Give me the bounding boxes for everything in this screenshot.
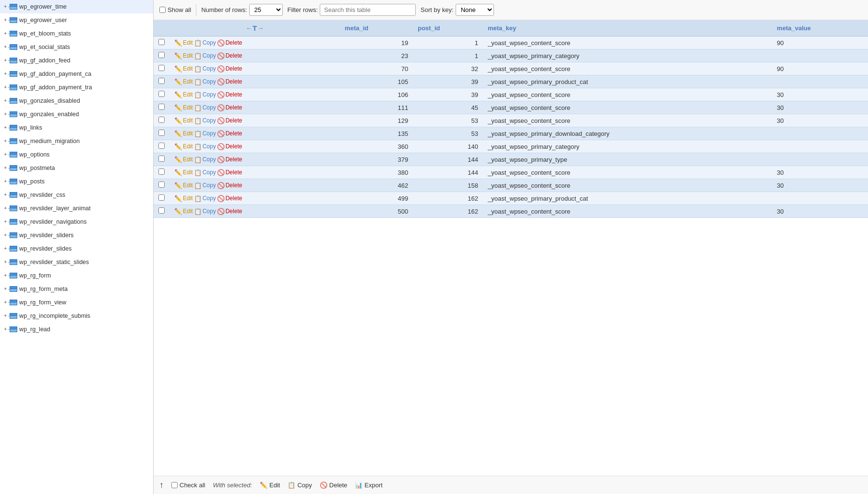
row-checkbox[interactable] — [158, 143, 165, 149]
sidebar-item[interactable]: + - wp_et_social_stats — [0, 40, 153, 54]
row-checkbox[interactable] — [158, 65, 165, 71]
check-all-checkbox[interactable] — [171, 482, 178, 488]
row-checkbox[interactable] — [158, 194, 165, 201]
sidebar-item[interactable]: + - wp_gonzales_enabled — [0, 108, 153, 121]
copy-button[interactable]: Copy — [203, 78, 216, 85]
resize-handle[interactable]: ← T → — [174, 24, 335, 32]
copy-button[interactable]: Copy — [203, 195, 216, 202]
copy-button[interactable]: Copy — [203, 130, 216, 137]
delete-button[interactable]: Delete — [226, 182, 242, 189]
row-checkbox[interactable] — [158, 39, 165, 45]
sidebar-item[interactable]: + - wp_rg_form — [0, 269, 153, 282]
edit-button[interactable]: Edit — [183, 208, 193, 215]
delete-button[interactable]: Delete — [226, 156, 242, 163]
sidebar-item[interactable]: + - wp_revslider_slides — [0, 242, 153, 255]
edit-button[interactable]: Edit — [183, 65, 193, 72]
delete-button[interactable]: Delete — [226, 104, 242, 111]
sidebar-item[interactable]: + - wp_medium_migration — [0, 134, 153, 148]
edit-button[interactable]: Edit — [183, 143, 193, 150]
row-checkbox[interactable] — [158, 169, 165, 175]
footer-delete-button[interactable]: 🚫 Delete — [320, 482, 348, 489]
sidebar-item[interactable]: + - wp_rg_form_view — [0, 296, 153, 309]
sidebar-item[interactable]: + - wp_revslider_static_slides — [0, 255, 153, 269]
edit-button[interactable]: Edit — [183, 78, 193, 85]
delete-button[interactable]: Delete — [226, 117, 242, 124]
sidebar-item[interactable]: + - wp_egrower_time — [0, 0, 153, 13]
sort-select[interactable]: None — [456, 4, 494, 16]
edit-button[interactable]: Edit — [183, 91, 193, 98]
footer-export-button[interactable]: 📊 Export — [355, 482, 383, 489]
sidebar-item[interactable]: + - wp_rg_incomplete_submis — [0, 309, 153, 323]
copy-button[interactable]: Copy — [203, 169, 216, 176]
copy-button[interactable]: Copy — [203, 39, 216, 46]
meta-value-cell — [772, 192, 868, 205]
row-checkbox[interactable] — [158, 181, 165, 188]
row-checkbox[interactable] — [158, 78, 165, 84]
sidebar-item[interactable]: + - wp_postmeta — [0, 161, 153, 175]
delete-button[interactable]: Delete — [226, 195, 242, 202]
check-all-button[interactable]: Check all — [171, 482, 205, 489]
num-rows-select[interactable]: 25 50 100 500 — [249, 4, 283, 16]
sidebar-item[interactable]: + - wp_gf_addon_payment_ca — [0, 67, 153, 81]
row-checkbox[interactable] — [158, 91, 165, 97]
show-all-checkbox[interactable] — [159, 7, 166, 13]
copy-button[interactable]: Copy — [203, 143, 216, 150]
sidebar-item[interactable]: + - wp_egrower_user — [0, 13, 153, 27]
delete-button[interactable]: Delete — [226, 169, 242, 176]
sidebar-item[interactable]: + - wp_revslider_layer_animat — [0, 202, 153, 215]
edit-button[interactable]: Edit — [183, 130, 193, 137]
sidebar-item[interactable]: + - wp_rg_form_meta — [0, 282, 153, 296]
sidebar-item[interactable]: + - wp_links — [0, 121, 153, 134]
sidebar-item[interactable]: + - wp_gf_addon_payment_tra — [0, 81, 153, 94]
edit-button[interactable]: Edit — [183, 169, 193, 176]
th-meta-id[interactable]: meta_id — [340, 20, 413, 36]
tree-expand-icon: + — [4, 96, 7, 105]
copy-button[interactable]: Copy — [203, 156, 216, 163]
sidebar-item[interactable]: + - wp_revslider_css — [0, 188, 153, 202]
edit-button[interactable]: Edit — [183, 117, 193, 124]
copy-button[interactable]: Copy — [203, 182, 216, 189]
edit-button[interactable]: Edit — [183, 156, 193, 163]
copy-button[interactable]: Copy — [203, 52, 216, 59]
sidebar-item[interactable]: + - wp_et_bloom_stats — [0, 27, 153, 40]
copy-button[interactable]: Copy — [203, 208, 216, 215]
delete-button[interactable]: Delete — [226, 52, 242, 59]
row-checkbox[interactable] — [158, 156, 165, 162]
row-checkbox[interactable] — [158, 104, 165, 110]
delete-button[interactable]: Delete — [226, 143, 242, 150]
edit-button[interactable]: Edit — [183, 182, 193, 189]
copy-button[interactable]: Copy — [203, 117, 216, 124]
tree-expand-icon: + — [4, 191, 7, 199]
sidebar-item[interactable]: + - wp_revslider_navigations — [0, 215, 153, 229]
copy-button[interactable]: Copy — [203, 104, 216, 111]
search-input[interactable] — [320, 4, 416, 16]
footer-copy-button[interactable]: 📋 Copy — [288, 482, 312, 489]
edit-button[interactable]: Edit — [183, 52, 193, 59]
copy-button[interactable]: Copy — [203, 91, 216, 98]
delete-button[interactable]: Delete — [226, 65, 242, 72]
row-checkbox[interactable] — [158, 52, 165, 58]
row-checkbox[interactable] — [158, 207, 165, 214]
sidebar-item[interactable]: + - wp_rg_lead — [0, 323, 153, 336]
delete-button[interactable]: Delete — [226, 208, 242, 215]
delete-button[interactable]: Delete — [226, 91, 242, 98]
copy-button[interactable]: Copy — [203, 65, 216, 72]
sidebar-item[interactable]: + - wp_revslider_sliders — [0, 229, 153, 242]
edit-button[interactable]: Edit — [183, 39, 193, 46]
delete-button[interactable]: Delete — [226, 39, 242, 46]
meta-value-cell — [772, 140, 868, 153]
sidebar-item[interactable]: + - wp_gonzales_disabled — [0, 94, 153, 108]
row-checkbox[interactable] — [158, 130, 165, 136]
th-post-id[interactable]: post_id — [413, 20, 483, 36]
edit-button[interactable]: Edit — [183, 195, 193, 202]
sidebar-item[interactable]: + - wp_options — [0, 148, 153, 161]
delete-button[interactable]: Delete — [226, 78, 242, 85]
footer-edit-button[interactable]: ✏️ Edit — [260, 482, 280, 489]
delete-button[interactable]: Delete — [226, 130, 242, 137]
th-meta-value[interactable]: meta_value — [772, 20, 868, 36]
row-checkbox[interactable] — [158, 117, 165, 123]
sidebar-item[interactable]: + - wp_posts — [0, 175, 153, 188]
sidebar-item[interactable]: + - wp_gf_addon_feed — [0, 54, 153, 67]
edit-button[interactable]: Edit — [183, 104, 193, 111]
th-meta-key[interactable]: meta_key — [483, 20, 772, 36]
